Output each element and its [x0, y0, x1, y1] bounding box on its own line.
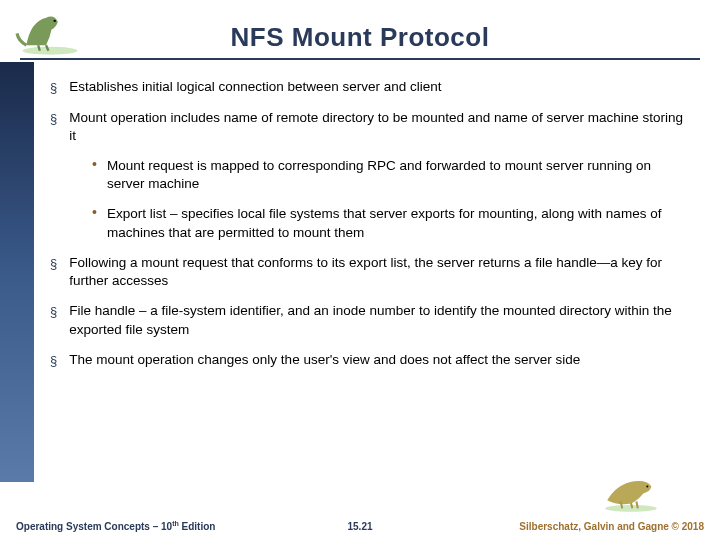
- bullet-text: Mount operation includes name of remote …: [69, 109, 690, 145]
- bullet-text: File handle – a file-system identifier, …: [69, 302, 690, 338]
- bullet-text: Following a mount request that conforms …: [69, 254, 690, 290]
- footer-text: Edition: [179, 521, 216, 532]
- bullet-level1: § File handle – a file-system identifier…: [50, 302, 690, 338]
- dot-bullet-icon: •: [92, 157, 97, 193]
- bullet-level1: § Mount operation includes name of remot…: [50, 109, 690, 145]
- square-bullet-icon: §: [50, 110, 57, 145]
- svg-point-0: [23, 47, 78, 55]
- bullet-level2: • Mount request is mapped to correspondi…: [92, 157, 690, 193]
- svg-point-1: [54, 20, 56, 22]
- footer-copyright: Silberschatz, Galvin and Gagne © 2018: [519, 521, 704, 532]
- bullet-text: Establishes initial logical connection b…: [69, 78, 690, 97]
- footer-book-title: Operating System Concepts – 10th Edition: [16, 520, 215, 532]
- slide-number: 15.21: [347, 521, 372, 532]
- dinosaur-logo-top: [10, 2, 90, 57]
- bullet-level1: § Following a mount request that conform…: [50, 254, 690, 290]
- bullet-text: The mount operation changes only the use…: [69, 351, 690, 370]
- footer-superscript: th: [172, 520, 179, 527]
- square-bullet-icon: §: [50, 255, 57, 290]
- bullet-text: Export list – specifies local file syste…: [107, 205, 690, 241]
- slide-header: NFS Mount Protocol: [20, 0, 700, 60]
- square-bullet-icon: §: [50, 79, 57, 97]
- slide-title: NFS Mount Protocol: [20, 0, 700, 53]
- square-bullet-icon: §: [50, 352, 57, 370]
- bullet-level1: § Establishes initial logical connection…: [50, 78, 690, 97]
- bullet-text: Mount request is mapped to corresponding…: [107, 157, 690, 193]
- dinosaur-logo-bottom: [597, 466, 665, 514]
- left-sidebar-gradient: [0, 62, 34, 482]
- dot-bullet-icon: •: [92, 205, 97, 241]
- bullet-level2: • Export list – specifies local file sys…: [92, 205, 690, 241]
- square-bullet-icon: §: [50, 303, 57, 338]
- slide-body: § Establishes initial logical connection…: [50, 78, 690, 381]
- footer-text: Operating System Concepts – 10: [16, 521, 172, 532]
- svg-point-3: [646, 486, 648, 488]
- bullet-level1: § The mount operation changes only the u…: [50, 351, 690, 370]
